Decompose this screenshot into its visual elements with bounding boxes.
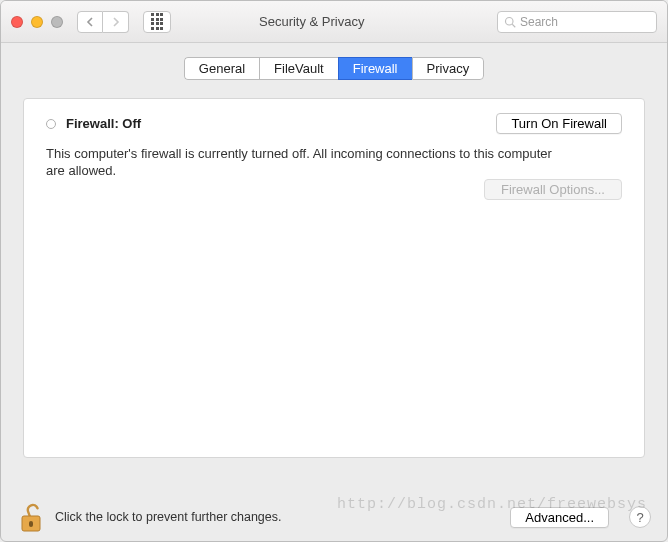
grid-icon xyxy=(151,13,163,30)
back-button[interactable] xyxy=(77,11,103,33)
tab-filevault[interactable]: FileVault xyxy=(259,57,338,80)
search-icon xyxy=(504,16,516,28)
svg-point-0 xyxy=(506,17,514,25)
lock-hint-text: Click the lock to prevent further change… xyxy=(55,510,282,524)
footer: Click the lock to prevent further change… xyxy=(1,493,667,541)
chevron-right-icon xyxy=(112,17,120,27)
minimize-window-button[interactable] xyxy=(31,16,43,28)
firewall-pane: Firewall: Off Turn On Firewall This comp… xyxy=(23,98,645,458)
unlocked-padlock-icon xyxy=(18,502,44,534)
advanced-button[interactable]: Advanced... xyxy=(510,507,609,528)
tab-general[interactable]: General xyxy=(184,57,259,80)
preferences-window: Security & Privacy Search General FileVa… xyxy=(0,0,668,542)
status-indicator-icon xyxy=(46,119,56,129)
show-all-button[interactable] xyxy=(143,11,171,33)
close-window-button[interactable] xyxy=(11,16,23,28)
nav-back-forward xyxy=(77,11,129,33)
firewall-description: This computer's firewall is currently tu… xyxy=(46,146,566,180)
firewall-status-label: Firewall: Off xyxy=(66,116,141,131)
forward-button[interactable] xyxy=(103,11,129,33)
search-field[interactable]: Search xyxy=(497,11,657,33)
help-button[interactable]: ? xyxy=(629,506,651,528)
svg-line-1 xyxy=(512,24,515,27)
turn-on-firewall-button[interactable]: Turn On Firewall xyxy=(496,113,622,134)
firewall-status-row: Firewall: Off Turn On Firewall xyxy=(46,113,622,134)
firewall-options-button: Firewall Options... xyxy=(484,179,622,200)
content-area: General FileVault Firewall Privacy Firew… xyxy=(1,43,667,491)
tab-privacy[interactable]: Privacy xyxy=(412,57,485,80)
lock-button[interactable] xyxy=(17,500,45,534)
titlebar: Security & Privacy Search xyxy=(1,1,667,43)
tab-firewall[interactable]: Firewall xyxy=(338,57,412,80)
window-title: Security & Privacy xyxy=(259,14,364,29)
window-controls xyxy=(11,16,63,28)
chevron-left-icon xyxy=(86,17,94,27)
zoom-window-button[interactable] xyxy=(51,16,63,28)
search-placeholder: Search xyxy=(520,15,558,29)
tab-bar: General FileVault Firewall Privacy xyxy=(184,57,484,80)
svg-rect-3 xyxy=(29,521,33,527)
